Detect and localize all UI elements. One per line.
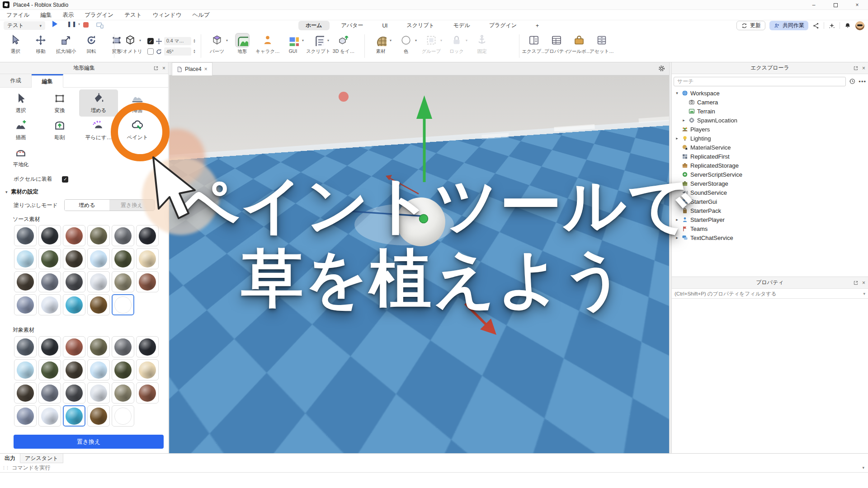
ribbon-button-character[interactable]: キャラク… [255,33,280,55]
ribbon-button-gui[interactable]: ▾GUI [280,33,306,54]
menu-item-2[interactable]: 表示 [62,11,74,19]
target-material-sand[interactable] [112,382,134,404]
history-icon[interactable] [849,78,856,85]
menu-item-0[interactable]: ファイル [6,11,29,19]
share-icon[interactable] [812,22,820,29]
output-tab-出力[interactable]: 出力 [0,454,20,463]
target-material-cracked-lava[interactable] [136,336,159,357]
tree-item-ReplicatedFirst[interactable]: ReplicatedFirst [672,152,868,161]
target-material-salt[interactable] [87,382,110,404]
ribbon-button-properties-list[interactable]: プロパティ [545,33,568,55]
terrain-tool-tool-fill[interactable]: 埋める [79,89,118,117]
place-tab[interactable]: Place4 × [172,62,212,75]
target-material-rock[interactable] [63,382,85,404]
target-material-glacier[interactable] [14,359,37,380]
ribbon-button-group[interactable]: ▾グループ [419,33,444,55]
source-material-basalt[interactable] [38,225,61,246]
source-material-brick[interactable] [63,225,85,246]
target-material-basalt[interactable] [38,336,61,357]
ribbon-button-terrain[interactable]: 地形 [230,33,255,55]
close-icon[interactable]: × [862,65,865,71]
device-emulation-button[interactable] [96,22,104,29]
target-material-slate[interactable] [14,405,37,427]
tree-item-Camera[interactable]: Camera [672,98,868,107]
run-mode-select[interactable]: テスト ▾ [4,21,45,30]
source-material-asphalt[interactable] [14,225,37,246]
source-material-mud[interactable] [14,271,37,292]
output-tab-アシスタント[interactable]: アシスタント [20,454,63,463]
tree-item-Workspace[interactable]: ▾Workspace [672,89,868,98]
command-input[interactable] [12,465,868,471]
play-button[interactable] [52,21,57,27]
ribbon-button-part[interactable]: ▾パーツ [204,33,230,55]
chevron-down-icon[interactable]: ▾ [5,190,8,194]
red-handle-dot[interactable] [339,92,349,102]
popout-icon[interactable] [853,66,859,71]
terrain-tab-作成[interactable]: 作成 [0,74,32,87]
target-material-cobblestone[interactable] [87,336,110,357]
fill-mode-option-埋める[interactable]: 埋める [65,200,109,211]
ribbon-button-explorer-panes[interactable]: エクスプ… [523,33,545,55]
snap-to-voxels-checkbox[interactable]: ✓ [62,176,68,183]
tree-item-MaterialService[interactable]: MaterialService [672,143,868,152]
terrain-tool-tool-transform[interactable]: 変換 [40,89,79,117]
geometry-dropdown[interactable]: ▾ジオメトリ [118,33,143,56]
ribbon-tab-+[interactable]: + [528,22,546,30]
chevron-down-icon[interactable]: ▾ [862,465,864,470]
source-material-water[interactable] [63,294,85,315]
ribbon-tab-UI[interactable]: UI [375,22,395,30]
terrain-tool-tool-smooth[interactable]: 平地化 [1,144,40,171]
ellipsis-icon[interactable]: ••• [859,78,866,85]
target-material-pavement[interactable] [38,382,61,404]
close-button[interactable]: × [846,0,868,10]
source-material-slate[interactable] [14,294,37,315]
expander-icon[interactable]: ▸ [675,136,679,141]
ribbon-button-import3d[interactable]: 3D をイ… [331,33,356,55]
pause-button[interactable]: ❚❚▾ [67,21,80,27]
menu-item-5[interactable]: ウィンドウ [153,11,182,19]
replace-button[interactable]: 置き換え [14,435,164,449]
target-material-concrete[interactable] [112,336,134,357]
ribbon-tab-モデル[interactable]: モデル [446,21,477,30]
stepper-icon[interactable]: ▲▼ [193,39,196,43]
menu-item-1[interactable]: 編集 [40,11,52,19]
popout-icon[interactable] [853,280,859,286]
target-material-grass[interactable] [38,359,61,380]
target-material-air[interactable] [112,405,134,427]
snap-move[interactable]: ✓ 0.4 マ… ▲▼ [147,37,196,45]
menu-item-6[interactable]: ヘルプ [193,11,210,19]
drag-handle-icon[interactable]: ⋮⋮ [2,465,9,470]
target-material-snow[interactable] [38,405,61,427]
sparkle-icon[interactable] [828,22,835,29]
tree-item-Terrain[interactable]: Terrain [672,107,868,116]
target-material-asphalt[interactable] [14,336,37,357]
snap-rotate-checkbox[interactable] [147,48,154,55]
close-icon[interactable]: × [204,66,208,72]
terrain-tool-tool-draw[interactable]: 描画 [1,117,40,144]
explorer-search-input[interactable] [674,77,846,86]
ribbon-button-toolbox[interactable]: ツールボ… [568,33,590,55]
ribbon-button-color[interactable]: ▾色 [393,33,419,55]
close-icon[interactable]: × [862,280,865,286]
target-material-wood-planks[interactable] [87,405,110,427]
stop-button[interactable] [83,22,89,28]
minimize-button[interactable]: – [803,0,825,10]
ribbon-tab-ホーム[interactable]: ホーム [298,21,330,30]
source-material-rock[interactable] [63,271,85,292]
ribbon-tab-スクリプト[interactable]: スクリプト [399,21,441,30]
ribbon-tab-プラグイン[interactable]: プラグイン [482,21,524,30]
terrain-tool-tool-sculpt[interactable]: 彫刻 [40,117,79,144]
target-material-ice[interactable] [87,359,110,380]
snap-move-value[interactable]: 0.4 マ… [164,37,191,45]
terrain-tool-tool-cursor[interactable]: 選択 [1,89,40,117]
source-material-glacier[interactable] [14,248,37,269]
source-material-grass[interactable] [38,248,61,269]
tree-item-SpawnLocation[interactable]: ▸SpawnLocation [672,116,868,125]
source-material-snow[interactable] [38,294,61,315]
terrain-tab-編集[interactable]: 編集 [32,74,63,88]
expander-icon[interactable]: ▾ [675,91,679,95]
target-material-mud[interactable] [14,382,37,404]
target-material-leafy-grass[interactable] [112,359,134,380]
ribbon-button-material[interactable]: ▾素材 [368,33,393,55]
target-material-ground[interactable] [63,359,85,380]
